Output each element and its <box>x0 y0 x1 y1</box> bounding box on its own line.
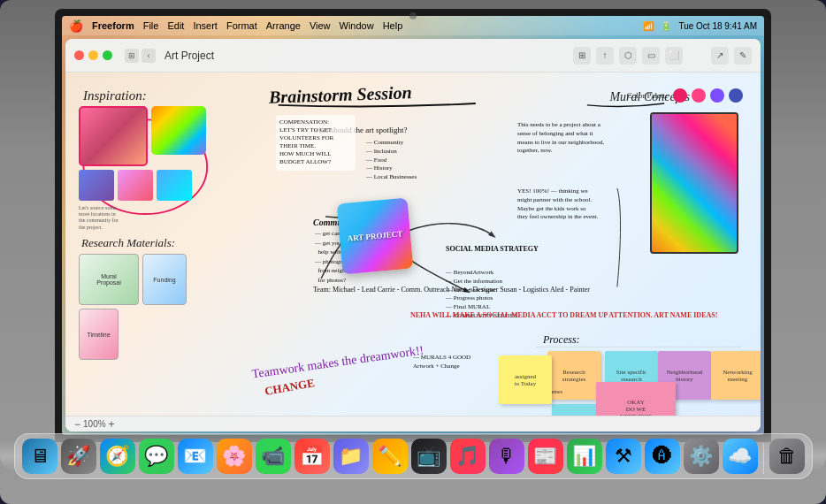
dock-freeform[interactable]: ✏️ <box>372 439 408 474</box>
color-palette-label: Color Palette <box>627 91 669 100</box>
research-thumb-2: Funding <box>142 254 187 305</box>
dock-calendar[interactable]: 📅 <box>294 439 330 474</box>
inspiration-photos: Let's source somemore locations inthe co… <box>79 106 207 225</box>
dock-launchpad[interactable]: 🚀 <box>61 439 96 474</box>
canvas-area[interactable]: Inspiration: <box>65 73 761 416</box>
toolbar-icon-5[interactable]: ⬜ <box>665 47 683 65</box>
inspiration-label: Inspiration: <box>83 88 147 103</box>
battery-icon: 🔋 <box>661 21 671 31</box>
zoom-control: − 100% + <box>74 418 115 431</box>
dock-podcasts[interactable]: 🎙 <box>489 439 524 474</box>
dock-music[interactable]: 🎵 <box>450 439 486 474</box>
dock-trash[interactable]: 🗑 <box>769 439 805 474</box>
spotlight-items: — Community— Inclusion— Food— History— L… <box>366 139 417 182</box>
app-name-menu[interactable]: Freeform <box>92 20 134 31</box>
zoom-level: 100% <box>83 419 106 429</box>
research-thumb-1: MuralProposal <box>79 254 139 305</box>
dock-icloud[interactable]: ☁️ <box>723 439 758 474</box>
palette-dot-purple[interactable] <box>710 88 724 103</box>
dock-separator <box>763 443 764 474</box>
dock-appstore[interactable]: 🅐 <box>645 439 680 474</box>
sticky-assigned[interactable]: assignedto Today <box>499 355 552 404</box>
menu-insert[interactable]: Insert <box>193 20 218 31</box>
photo-5 <box>157 170 192 201</box>
menu-arrange[interactable]: Arrange <box>266 20 301 31</box>
menu-help[interactable]: Help <box>383 20 403 31</box>
apple-logo-icon[interactable]: 🍎 <box>69 19 83 33</box>
laptop-body: 🖥 🚀 🧭 💬 📧 🌸 📹 📅 📁 ✏️ 📺 🎵 🎙 📰 📊 ⚒ 🅐 ⚙️ ☁️… <box>0 442 826 470</box>
toolbar-tools: ⊞ ↑ ⬡ ▭ ⬜ ↗ ✎ <box>573 47 752 65</box>
zoom-in-button[interactable]: + <box>109 418 115 431</box>
zoom-out-button[interactable]: − <box>74 418 80 431</box>
dock-facetime[interactable]: 📹 <box>256 439 291 474</box>
dock-safari[interactable]: 🧭 <box>100 439 135 474</box>
mural-yes-note: YES! 100%! — thinking wemight partner wi… <box>517 187 637 222</box>
laptop-shell: 🍎 Freeform File Edit Insert Format Arran… <box>0 0 826 504</box>
dock-systemprefs[interactable]: ⚙️ <box>684 439 719 474</box>
team-members: Team: Michael - Lead Carrie - Comm. Outr… <box>313 285 590 295</box>
toolbar-icon-2[interactable]: ↑ <box>596 47 614 65</box>
sidebar-toggle-button[interactable]: ⊞ <box>125 49 139 63</box>
compensation-note: COMPENSATION:LET'S TRY TO GETVOLUNTEERS … <box>276 115 356 171</box>
dock-files[interactable]: 📁 <box>333 439 369 474</box>
wifi-icon: 📶 <box>643 21 654 31</box>
bottom-bar: − 100% + <box>65 416 761 431</box>
menu-bar: 🍎 Freeform File Edit Insert Format Arran… <box>62 16 764 35</box>
screen-bezel: 🍎 Freeform File Edit Insert Format Arran… <box>55 9 771 442</box>
neha-note: NEHA WILL MAKE A SOCIAL MEDIA ACCT TO DR… <box>410 311 717 320</box>
photo-3 <box>79 170 114 201</box>
brainstorm-title: Brainstorm Session <box>269 82 412 108</box>
research-thumbnails: MuralProposal Funding Timeline <box>79 254 216 360</box>
sticky-networking[interactable]: Networkingmeeting <box>711 351 761 400</box>
inspiration-note: Let's source somemore locations inthe co… <box>79 205 119 231</box>
collaborate-button[interactable]: ✎ <box>734 47 752 65</box>
window-titlebar: ⊞ ‹ Art Project ⊞ ↑ ⬡ ▭ ⬜ ↗ ✎ <box>65 39 761 73</box>
mural-concept-note: This needs to be a project about asense … <box>517 121 637 156</box>
art-project-logo: ART PROJECT <box>337 198 414 275</box>
menu-window[interactable]: Window <box>340 20 374 31</box>
freeform-canvas: Inspiration: <box>65 73 761 416</box>
photo-2 <box>151 106 206 155</box>
toolbar-icon-3[interactable]: ⬡ <box>619 47 637 65</box>
dock-finder[interactable]: 🖥 <box>22 439 57 474</box>
back-button[interactable]: ‹ <box>141 49 156 63</box>
menu-bar-left: 🍎 Freeform File Edit Insert Format Arran… <box>69 19 402 33</box>
menu-bar-right: 📶 🔋 Tue Oct 18 9:41 AM <box>643 21 757 31</box>
dock-messages[interactable]: 💬 <box>139 439 174 474</box>
research-thumb-3: Timeline <box>79 309 119 360</box>
dock-photos[interactable]: 🌸 <box>217 439 252 474</box>
dock: 🖥 🚀 🧭 💬 📧 🌸 📹 📅 📁 ✏️ 📺 🎵 🎙 📰 📊 ⚒ 🅐 ⚙️ ☁️… <box>14 433 813 479</box>
dock-numbers[interactable]: 📊 <box>567 439 602 474</box>
dock-xcode[interactable]: ⚒ <box>606 439 641 474</box>
menu-file[interactable]: File <box>143 20 159 31</box>
palette-dot-pink[interactable] <box>673 88 687 103</box>
social-media-note: SOCIAL MEDIA STRATEGY <box>446 245 539 254</box>
traffic-lights <box>74 50 112 60</box>
toolbar-icon-1[interactable]: ⊞ <box>573 47 591 65</box>
research-label: Research Materials: <box>81 236 175 250</box>
art-project-text: ART PROJECT <box>347 229 402 243</box>
menu-edit[interactable]: Edit <box>167 20 184 31</box>
app-window: ⊞ ‹ Art Project ⊞ ↑ ⬡ ▭ ⬜ ↗ ✎ <box>65 39 761 431</box>
dock-mail[interactable]: 📧 <box>178 439 213 474</box>
mural-illustration <box>650 112 738 254</box>
process-label: Process: <box>543 333 580 347</box>
datetime: Tue Oct 18 9:41 AM <box>678 21 757 31</box>
close-button[interactable] <box>74 50 84 60</box>
menu-format[interactable]: Format <box>226 20 257 31</box>
photo-4 <box>118 170 153 201</box>
palette-dot-blue[interactable] <box>729 88 743 103</box>
color-palette: Color Palette <box>627 88 743 103</box>
palette-dot-hotpink[interactable] <box>692 88 706 103</box>
minimize-button[interactable] <box>88 50 98 60</box>
share-button[interactable]: ↗ <box>711 47 729 65</box>
sticky-question[interactable]: OKAYDO WENEED THISDATE? <box>596 382 676 416</box>
titlebar-nav: ⊞ ‹ <box>125 49 156 63</box>
dock-appletv[interactable]: 📺 <box>411 439 447 474</box>
teamwork-text: Teamwork makes the dreamwork!! <box>251 342 425 384</box>
menu-view[interactable]: View <box>310 20 331 31</box>
dock-news[interactable]: 📰 <box>528 439 563 474</box>
window-title: Art Project <box>164 50 214 62</box>
maximize-button[interactable] <box>103 50 112 60</box>
toolbar-icon-4[interactable]: ▭ <box>642 47 660 65</box>
